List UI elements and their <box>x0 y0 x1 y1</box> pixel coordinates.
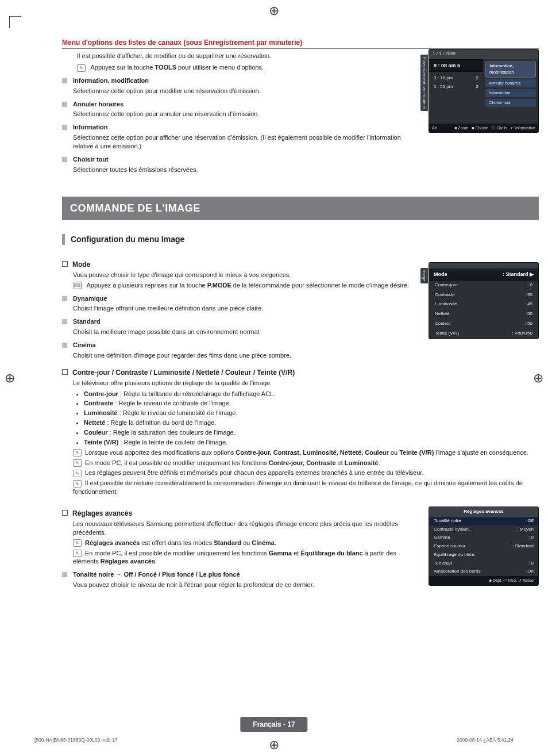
osd3-r2b: : 0 <box>528 535 534 541</box>
footer-file: [500-NA]BN68-01883Q-00L03.indb 17 <box>34 737 118 743</box>
cj-n2-pre: En mode PC, il est possible de modifier … <box>85 459 269 466</box>
registration-mark-icon: ⊕ <box>269 2 279 20</box>
registration-mark-icon: ⊕ <box>533 370 543 387</box>
adv-n2-end: . <box>155 558 157 565</box>
opt-annuler-title: Annuler horaires <box>73 100 124 109</box>
subhead-config-image: Configuration du menu Image <box>62 234 539 245</box>
cj-n1-mid: ou <box>389 449 399 456</box>
opt-info-mod-title: Information, modification <box>73 76 149 85</box>
osd1-row1b: 2 <box>476 75 478 82</box>
cj-b0k: Contre-jour <box>84 390 118 397</box>
bullet-icon <box>62 319 67 324</box>
adv-n2-k3: Réglages avancés <box>101 558 155 565</box>
osd3-r1b: : Moyen <box>518 527 534 533</box>
tools-note-pre: Appuyez sur la touche <box>90 64 155 71</box>
cj-n4: Il est possible de réduire considérablem… <box>73 479 523 495</box>
osd-image-panel: Mode: Standard ▶ Contre-jour: 8 Contrast… <box>429 262 539 339</box>
tonalite-body: Vous pouvez choisir le niveau de noir à … <box>73 581 419 589</box>
osd2-p1b: : 95 <box>525 292 532 298</box>
osd3-r2a: Gamma <box>434 535 450 541</box>
osd3-r3a: Espace couleur <box>434 543 465 550</box>
osd-timer-panel: 1 / 1 / 2009 9 : 08 am 5 3 : 15 pm2 5 : … <box>429 49 539 133</box>
note-icon <box>73 550 82 557</box>
note-icon <box>73 470 82 477</box>
bullet-icon <box>62 343 67 348</box>
opt-choisir-title: Choisir tout <box>73 155 109 164</box>
osd2-p4b: : 50 <box>525 321 532 327</box>
osd3-footer: ◆ Dépl. ⏎ Intro. ↺ Retour <box>429 576 538 585</box>
mode-std-t: Standard <box>73 317 101 326</box>
opt-info-title: Information <box>73 123 108 132</box>
pmode-post: de la télécommande pour sélectionner le … <box>231 282 409 289</box>
osd1-menu-0: Information, modification <box>485 62 536 78</box>
osd3-header: Réglages avancés <box>429 507 538 517</box>
bullet-icon <box>62 572 67 577</box>
cj-b4d: : Règle la saturation des couleurs de l'… <box>108 429 236 436</box>
cj-b5k: Teinte (V/R) <box>84 439 118 446</box>
osd1-foot-1: ■ Choisir <box>472 125 488 131</box>
osd1-foot-2: ⟮⟯ Outils <box>491 125 507 131</box>
cj-b1k: Contraste <box>84 400 113 406</box>
osd3-r6a: Amélioration des bords <box>434 569 481 575</box>
pmode-pre: Appuyez à plusieurs reprises sur la touc… <box>86 282 207 289</box>
remote-icon: ⌨ <box>73 282 82 289</box>
note-icon <box>77 64 86 72</box>
osd2-p0a: Contre-jour <box>435 282 458 289</box>
note-icon <box>73 539 82 547</box>
osd1-foot-0: ■ Zoom <box>454 125 468 131</box>
cj-n1-k2: Teinte (V/R) <box>399 449 434 456</box>
adv-n1-k: Réglages avancés <box>85 539 140 546</box>
adv-n2-pre: En mode PC, il est possible de modifier … <box>85 550 269 557</box>
cj-n2-k1: Contre-jour, Contraste <box>269 459 336 466</box>
osd1-row2b: 2 <box>476 84 478 90</box>
cj-n2-mid: et <box>336 459 345 466</box>
osd3-r4a: Équilibrage du blanc <box>434 552 476 558</box>
cj-b3k: Netteté <box>84 419 105 426</box>
bullet-icon <box>62 296 67 301</box>
intro-line: Il est possible d'afficher, de modifier … <box>77 52 419 60</box>
osd2-mode-v: : Standard ▶ <box>503 271 534 278</box>
cj-b5d: : Règle la teinte de couleur de l'image. <box>118 439 227 446</box>
osd2-p5a: Teinte (V/R) <box>435 331 459 337</box>
cj-n2-k2: Luminosité <box>345 459 379 466</box>
adv-n1-rest: est offert dans les modes <box>140 539 214 546</box>
osd1-foot-3: ↩ Information <box>511 125 535 131</box>
registration-mark-icon: ⊕ <box>5 370 15 387</box>
tonalite-title: Tonalité noire → Off / Foncé / Plus fonc… <box>73 570 240 579</box>
mode-cin-t: Cinéma <box>73 341 96 350</box>
cj-b4k: Couleur <box>84 429 108 436</box>
cj-n3: Les réglages peuvent être définis et mém… <box>85 469 423 476</box>
adv-n1-k3: Cinéma <box>252 539 275 546</box>
cj-b2d: : Règle le niveau de luminosité de l'ima… <box>118 409 238 416</box>
osd2-p2a: Luminosité <box>435 301 457 308</box>
cj-intro: Le téléviseur offre plusieurs options de… <box>73 379 539 387</box>
osd1-row1a: 3 : 15 pm <box>434 75 453 82</box>
mode-intro: Vous pouvez choisir le type d'image qui … <box>73 271 419 279</box>
outline-bullet-icon <box>62 369 68 375</box>
osd1-menu-3: Choisir tout <box>485 99 536 107</box>
cj-n1-pre: Lorsque vous apportez des modifications … <box>85 449 236 456</box>
osd3-r1a: Contraste dynam. <box>434 527 470 533</box>
osd3-r5b: : 0 <box>528 561 534 567</box>
footer-timestamp: 2009-08-14 ¿ÀÈÄ 5:41:24 <box>457 737 514 743</box>
cj-b2k: Luminosité <box>84 409 118 416</box>
note-icon <box>73 459 82 467</box>
note-icon <box>73 449 82 456</box>
bullet-icon <box>62 102 67 107</box>
opt-info-body: Sélectionnez cette option pour afficher … <box>73 133 419 151</box>
mode-dyn-t: Dynamique <box>73 294 107 303</box>
outline-bullet-icon <box>62 510 68 516</box>
section-title-channel-options: Menu d'options des listes de canaux (sou… <box>62 38 539 49</box>
cj-bullet-list: Contre-jour : Règle la brillance du rétr… <box>84 390 539 447</box>
note-icon <box>73 480 82 488</box>
osd2-p3a: Netteté <box>435 311 450 317</box>
osd3-r5a: Ton chair <box>434 561 452 567</box>
adv-n2-mid: et <box>292 550 300 557</box>
osd3-r0b: : Off <box>525 518 534 524</box>
bullet-icon <box>62 157 67 162</box>
cj-b3d: : Règle la définition du bord de l'image… <box>105 419 216 426</box>
mode-dyn-b: Choisit l'image offrant une meilleure dé… <box>73 304 419 313</box>
mode-std-b: Choisit la meilleure image possible dans… <box>73 328 419 336</box>
opt-annuler-body: Sélectionnez cette option pour annuler u… <box>73 110 419 118</box>
tools-note-post: pour utiliser le menu d'options. <box>176 64 264 71</box>
